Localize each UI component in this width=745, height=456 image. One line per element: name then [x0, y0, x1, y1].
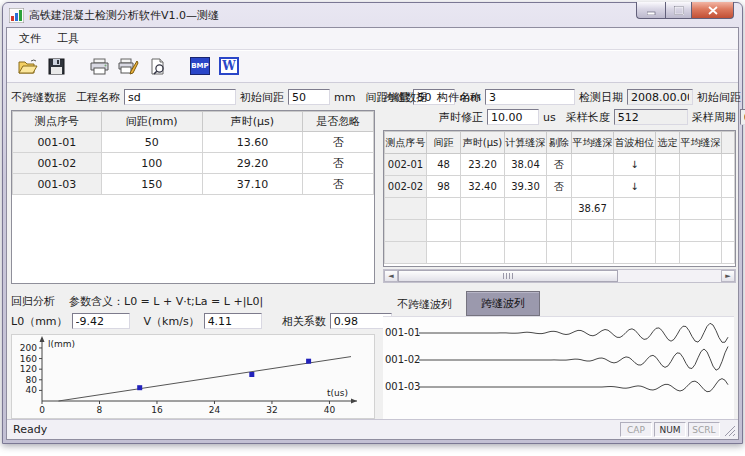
table-cell[interactable]: 002-02 — [385, 176, 427, 198]
scroll-thumb[interactable] — [398, 270, 618, 282]
project-name-input[interactable] — [124, 89, 236, 105]
tab-cross-waves[interactable]: 跨缝波列 — [466, 291, 540, 316]
table-cell[interactable]: 150 — [101, 174, 202, 195]
sample-length-input[interactable] — [614, 109, 688, 125]
table-row[interactable]: 38.67 — [385, 198, 735, 220]
resize-grip[interactable] — [723, 422, 736, 437]
table-cell[interactable]: 50 — [101, 132, 202, 153]
table-cell[interactable]: 98 — [427, 176, 461, 198]
table-cell[interactable]: 38.04 — [505, 154, 547, 176]
time-correction-input[interactable] — [487, 109, 539, 125]
table-row[interactable] — [385, 220, 735, 242]
table-cell[interactable] — [461, 242, 505, 264]
table-cell[interactable] — [572, 154, 614, 176]
menu-tools[interactable]: 工具 — [49, 29, 87, 48]
print-button[interactable] — [87, 54, 111, 78]
waveform-area[interactable]: 001-01001-02001-03 — [383, 316, 734, 419]
table-cell[interactable] — [461, 198, 505, 220]
close-button[interactable] — [692, 2, 734, 19]
table-cell[interactable] — [385, 198, 427, 220]
titlebar[interactable]: 高铁建混凝土检测分析软件V1.0—测缝 — [3, 3, 742, 27]
table-cell[interactable] — [656, 176, 680, 198]
table-cell[interactable] — [614, 220, 656, 242]
open-file-button[interactable] — [15, 54, 39, 78]
table-cell[interactable]: 32.40 — [461, 176, 505, 198]
table-cell[interactable]: 001-01 — [13, 132, 102, 153]
table-cell[interactable]: 001-03 — [13, 174, 102, 195]
table-cell[interactable]: 13.60 — [202, 132, 303, 153]
table-row[interactable]: 002-029832.4039.30否↓ — [385, 176, 735, 198]
table-cell[interactable]: ↓ — [614, 154, 656, 176]
table-cell[interactable]: 002-01 — [385, 154, 427, 176]
scroll-right-arrow[interactable]: ► — [721, 270, 735, 282]
menu-file[interactable]: 文件 — [11, 29, 49, 48]
table-cell[interactable]: ↓ — [614, 176, 656, 198]
table-cell[interactable] — [614, 242, 656, 264]
scroll-track[interactable] — [398, 270, 721, 282]
table-cell[interactable] — [461, 220, 505, 242]
svg-text:8: 8 — [97, 405, 103, 415]
velocity-input[interactable] — [204, 313, 262, 329]
table-row[interactable]: 002-014823.2038.04否↓ — [385, 154, 735, 176]
table-cell[interactable]: 100 — [101, 153, 202, 174]
export-bmp-button[interactable]: BMP — [188, 54, 212, 78]
table-cell[interactable] — [680, 220, 722, 242]
table-cell[interactable] — [427, 220, 461, 242]
table-cell[interactable]: 否 — [547, 154, 572, 176]
table-cell[interactable] — [572, 242, 614, 264]
table-cell[interactable]: 39.30 — [505, 176, 547, 198]
table-cell[interactable] — [680, 242, 722, 264]
table-hscrollbar[interactable]: ◄ ► — [383, 269, 736, 283]
table-cell[interactable] — [656, 198, 680, 220]
table-cell[interactable] — [656, 220, 680, 242]
minimize-button[interactable] — [636, 2, 665, 19]
table-cell[interactable] — [614, 198, 656, 220]
wave-tabs: 不跨缝波列 跨缝波列 — [383, 293, 734, 316]
maximize-button[interactable] — [665, 2, 692, 19]
table-cell[interactable] — [427, 242, 461, 264]
table-cell[interactable] — [572, 176, 614, 198]
table-cell[interactable]: 48 — [427, 154, 461, 176]
table-cell[interactable] — [680, 198, 722, 220]
table-cell[interactable] — [656, 154, 680, 176]
table-cell[interactable]: 否 — [303, 132, 374, 153]
table-cell[interactable] — [572, 220, 614, 242]
init-spacing-input[interactable] — [288, 89, 330, 105]
table-cell[interactable]: 否 — [303, 174, 374, 195]
table-cell[interactable]: 23.20 — [461, 154, 505, 176]
sample-period-input[interactable] — [740, 109, 745, 125]
table-cell[interactable] — [547, 242, 572, 264]
scroll-left-arrow[interactable]: ◄ — [384, 270, 398, 282]
table-cell[interactable] — [505, 242, 547, 264]
table-cell[interactable] — [680, 176, 722, 198]
table-cell[interactable]: 001-02 — [13, 153, 102, 174]
table-cell[interactable]: 否 — [547, 176, 572, 198]
export-word-button[interactable]: W — [217, 54, 241, 78]
print-preview-button[interactable] — [145, 54, 169, 78]
table-cell[interactable]: 否 — [303, 153, 374, 174]
table-row[interactable] — [385, 242, 735, 264]
tab-no-cross-waves[interactable]: 不跨缝波列 — [383, 293, 466, 316]
table-cell[interactable] — [547, 198, 572, 220]
table-cell[interactable] — [505, 198, 547, 220]
table-cell[interactable] — [505, 220, 547, 242]
table-row[interactable]: 001-0210029.20否 — [13, 153, 374, 174]
table-cell[interactable] — [385, 220, 427, 242]
window-frame: 文件 工具 — [6, 27, 739, 440]
table-cell[interactable] — [427, 198, 461, 220]
table-cell[interactable]: 37.10 — [202, 174, 303, 195]
table-cell[interactable]: 29.20 — [202, 153, 303, 174]
table-row[interactable]: 001-015013.60否 — [13, 132, 374, 153]
cross-fields-row2: 声时修正 us 采样长度 采样周期 us — [383, 107, 736, 127]
table-cell[interactable] — [680, 154, 722, 176]
table-cell[interactable] — [547, 220, 572, 242]
table-row[interactable]: 001-0315037.10否 — [13, 174, 374, 195]
table-cell[interactable] — [656, 242, 680, 264]
table-cell[interactable]: 38.67 — [572, 198, 614, 220]
l0-input[interactable] — [72, 313, 130, 329]
print-setup-button[interactable] — [116, 54, 140, 78]
save-button[interactable] — [44, 54, 68, 78]
inspect-date-input[interactable] — [627, 89, 693, 105]
component-name-input[interactable] — [485, 89, 575, 105]
table-cell[interactable] — [385, 242, 427, 264]
